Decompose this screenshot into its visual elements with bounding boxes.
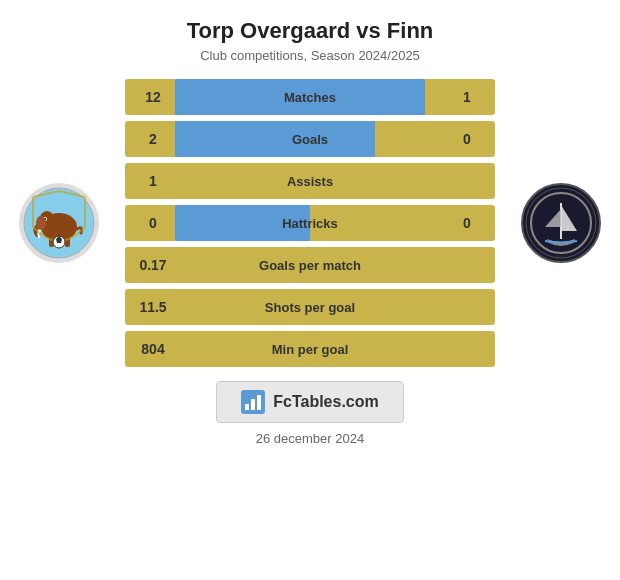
- watermark-box: FcTables.com: [216, 381, 404, 423]
- stats-section: 12 Matches 1 2 Goals 0 1 Assists 0: [10, 79, 610, 367]
- table-row: 12 Matches 1: [125, 79, 495, 115]
- stat-left-6: 804: [125, 341, 175, 357]
- stat-left-1: 2: [125, 131, 175, 147]
- stats-rows: 12 Matches 1 2 Goals 0 1 Assists 0: [125, 79, 495, 367]
- stat-label-4: Goals per match: [175, 258, 445, 273]
- table-row: 804 Min per goal: [125, 331, 495, 367]
- stat-label-5: Shots per goal: [175, 300, 445, 315]
- watermark-icon: [241, 390, 265, 414]
- table-row: 1 Assists: [125, 163, 495, 199]
- stat-label-1: Goals: [175, 132, 445, 147]
- left-team-svg: [23, 187, 95, 259]
- match-title: Torp Overgaard vs Finn: [187, 18, 434, 44]
- stat-left-0: 12: [125, 89, 175, 105]
- svg-rect-15: [257, 395, 261, 410]
- stat-right-3: 0: [445, 215, 495, 231]
- svg-point-5: [36, 216, 46, 230]
- stat-left-2: 1: [125, 173, 175, 189]
- table-row: 0 Hattricks 0: [125, 205, 495, 241]
- left-team-logo: [14, 178, 104, 268]
- table-row: 2 Goals 0: [125, 121, 495, 157]
- table-row: 11.5 Shots per goal: [125, 289, 495, 325]
- footer-date: 26 december 2024: [256, 431, 364, 446]
- stat-label-0: Matches: [175, 90, 445, 105]
- right-logo-circle: [521, 183, 601, 263]
- watermark-text: FcTables.com: [273, 393, 379, 411]
- table-row: 0.17 Goals per match: [125, 247, 495, 283]
- stat-right-0: 1: [445, 89, 495, 105]
- stat-left-4: 0.17: [125, 257, 175, 273]
- left-logo-circle: [19, 183, 99, 263]
- stat-label-2: Assists: [175, 174, 445, 189]
- stat-label-3: Hattricks: [175, 216, 445, 231]
- watermark-section: FcTables.com 26 december 2024: [216, 381, 404, 446]
- right-team-logo: [516, 178, 606, 268]
- match-subtitle: Club competitions, Season 2024/2025: [200, 48, 420, 63]
- svg-rect-14: [251, 399, 255, 410]
- right-team-svg: [525, 187, 597, 259]
- stat-left-3: 0: [125, 215, 175, 231]
- stat-label-6: Min per goal: [175, 342, 445, 357]
- stat-right-1: 0: [445, 131, 495, 147]
- svg-rect-13: [245, 404, 249, 410]
- stat-left-5: 11.5: [125, 299, 175, 315]
- card: Torp Overgaard vs Finn Club competitions…: [0, 0, 620, 580]
- chart-icon: [243, 392, 263, 412]
